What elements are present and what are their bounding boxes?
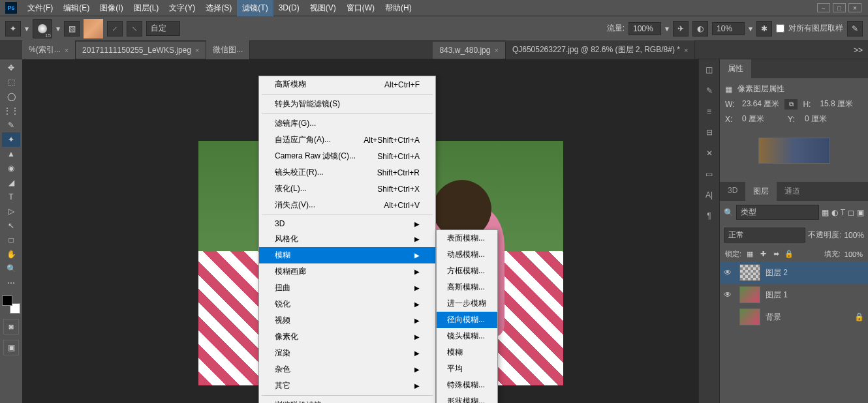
blur-menu-item[interactable]: 进一步模糊: [437, 295, 497, 312]
quick-mask-icon[interactable]: ◙: [3, 319, 19, 335]
type-tool-icon[interactable]: T: [2, 190, 20, 204]
blur-menu-item[interactable]: 平均: [437, 361, 497, 377]
shape-tool-icon[interactable]: □: [2, 233, 20, 247]
menu-text[interactable]: 文字(Y): [164, 0, 200, 16]
link-icon[interactable]: ⧉: [784, 99, 798, 110]
layer-thumbnail[interactable]: [739, 286, 760, 303]
filter-menu-item[interactable]: 模糊▶: [259, 247, 435, 263]
filter-menu-item[interactable]: 滤镜库(G)...: [259, 115, 435, 132]
filter-text-icon[interactable]: T: [841, 208, 845, 217]
document-tab[interactable]: 843,w_480.jpg×: [433, 42, 506, 59]
filter-menu-item[interactable]: 自适应广角(A)...Alt+Shift+Ctrl+A: [259, 132, 435, 148]
document-tab-active[interactable]: QJ6505263227.jpg @ 82.6% (图层 2, RGB/8#) …: [506, 40, 695, 59]
close-icon[interactable]: ×: [848, 3, 861, 12]
document-tab[interactable]: 20171111150255_LeWKS.jpeg×: [76, 42, 206, 59]
filter-adjust-icon[interactable]: ◐: [831, 208, 838, 217]
blur-menu-item[interactable]: 镜头模糊...: [437, 328, 497, 344]
layer-thumbnail[interactable]: [739, 308, 760, 325]
swatches-panel-icon[interactable]: ≡: [702, 104, 717, 119]
marquee-tool-icon[interactable]: ⬚: [2, 75, 20, 89]
y-value[interactable]: 0 厘米: [805, 113, 827, 125]
layer-name[interactable]: 图层 2: [766, 267, 788, 278]
para-panel-icon[interactable]: ¶: [702, 208, 717, 224]
filter-menu-item[interactable]: 其它▶: [259, 378, 435, 394]
layer-row[interactable]: 👁 图层 1: [720, 284, 868, 306]
move-tool-icon[interactable]: ✥: [2, 61, 20, 75]
filter-menu-item[interactable]: 转换为智能滤镜(S): [259, 96, 435, 112]
menu-edit[interactable]: 编辑(E): [58, 0, 95, 16]
blur-menu-item[interactable]: 表面模糊...: [437, 230, 497, 246]
filter-menu-item[interactable]: 视频▶: [259, 312, 435, 329]
menu-layer[interactable]: 图层(L): [129, 0, 164, 16]
tab-layers[interactable]: 图层: [745, 182, 777, 201]
foreground-color-icon[interactable]: [2, 295, 12, 306]
path-tool-icon[interactable]: ↖: [2, 218, 20, 233]
menu-filter[interactable]: 滤镜(T): [237, 0, 273, 16]
lock-artboard-icon[interactable]: ⬌: [771, 250, 781, 259]
blur-menu-item[interactable]: 高斯模糊...: [437, 279, 497, 295]
pen-tool-icon[interactable]: ▷: [2, 204, 20, 218]
blur-menu-item[interactable]: 模糊: [437, 344, 497, 361]
height-value[interactable]: 15.8 厘米: [820, 98, 853, 110]
angle-icon[interactable]: ◐: [692, 21, 708, 37]
airbrush-icon[interactable]: ✈: [673, 21, 689, 37]
maximize-icon[interactable]: □: [833, 3, 846, 12]
width-value[interactable]: 23.64 厘米: [742, 98, 779, 110]
edit-icon[interactable]: ✎: [847, 21, 863, 37]
menu-help[interactable]: 帮助(H): [380, 0, 417, 16]
visibility-icon[interactable]: 👁: [724, 290, 734, 299]
layer-row[interactable]: 👁 图层 2: [720, 261, 868, 284]
close-icon[interactable]: ×: [195, 46, 199, 54]
preset-select[interactable]: 自定: [146, 21, 180, 36]
filter-menu-item[interactable]: 高斯模糊Alt+Ctrl+F: [259, 76, 435, 93]
history-panel-icon[interactable]: ◫: [702, 62, 717, 78]
blur-menu-item[interactable]: 形状模糊...: [437, 393, 497, 403]
blur-menu-item[interactable]: 方框模糊...: [437, 263, 497, 279]
opacity-input[interactable]: 10%: [712, 22, 745, 35]
lock-all-icon[interactable]: 🔒: [784, 250, 794, 259]
zoom-tool-icon[interactable]: 🔍: [2, 261, 20, 276]
brush-preview[interactable]: 15: [33, 19, 52, 38]
blur-menu-item[interactable]: 特殊模糊...: [437, 377, 497, 393]
visibility-icon[interactable]: 👁: [724, 268, 734, 277]
menu-window[interactable]: 窗口(W): [341, 0, 380, 16]
mode-icon-1[interactable]: ⟋: [107, 21, 123, 37]
menu-image[interactable]: 图像(I): [95, 0, 128, 16]
tabs-overflow-icon[interactable]: >>: [848, 46, 868, 55]
hand-tool-icon[interactable]: ✋: [2, 247, 20, 261]
brush-tool-icon[interactable]: ▲: [2, 147, 20, 161]
layer-row[interactable]: 背景 🔒: [720, 306, 868, 328]
pressure-icon[interactable]: ✱: [756, 21, 772, 37]
sample-all-checkbox[interactable]: [776, 24, 784, 33]
document-tab[interactable]: 微信图...: [206, 40, 250, 59]
opacity-value[interactable]: 100%: [844, 231, 864, 240]
search-icon[interactable]: 🔍: [724, 208, 734, 217]
filter-menu-item[interactable]: 镜头校正(R)...Shift+Ctrl+R: [259, 164, 435, 181]
filter-menu-item[interactable]: 扭曲▶: [259, 280, 435, 296]
lasso-tool-icon[interactable]: ◯: [2, 89, 20, 104]
styles-panel-icon[interactable]: ⊟: [702, 125, 717, 140]
blend-mode-select[interactable]: 正常: [724, 228, 805, 243]
layer-thumbnail[interactable]: [739, 264, 760, 281]
filter-pixel-icon[interactable]: ▦: [822, 208, 829, 217]
filter-menu-item[interactable]: Camera Raw 滤镜(C)...Shift+Ctrl+A: [259, 148, 435, 164]
layer-name[interactable]: 背景: [766, 312, 781, 323]
more-tools-icon[interactable]: ⋯: [2, 276, 20, 290]
eraser-tool-icon[interactable]: ◢: [2, 175, 20, 190]
close-icon[interactable]: ×: [494, 46, 498, 54]
filter-smart-icon[interactable]: ▣: [857, 208, 864, 217]
filter-type-select[interactable]: 类型: [736, 205, 819, 220]
adjustments-panel-icon[interactable]: ✕: [702, 145, 717, 161]
lock-pixels-icon[interactable]: ▦: [745, 250, 754, 259]
filter-menu-item[interactable]: 消失点(V)...Alt+Ctrl+V: [259, 197, 435, 213]
chevron-down-icon[interactable]: ▾: [25, 24, 29, 33]
stamp-tool-icon[interactable]: ◉: [2, 161, 20, 175]
filter-menu-item[interactable]: 浏览联机滤镜...: [259, 397, 435, 403]
filter-menu-item[interactable]: 3D▶: [259, 216, 435, 231]
filter-menu-item[interactable]: 风格化▶: [259, 231, 435, 247]
menu-file[interactable]: 文件(F): [22, 0, 58, 16]
x-value[interactable]: 0 厘米: [742, 113, 764, 125]
close-icon[interactable]: ×: [65, 46, 69, 54]
screen-mode-icon[interactable]: ▣: [3, 340, 19, 355]
filter-menu-item[interactable]: 液化(L)...Shift+Ctrl+X: [259, 181, 435, 197]
